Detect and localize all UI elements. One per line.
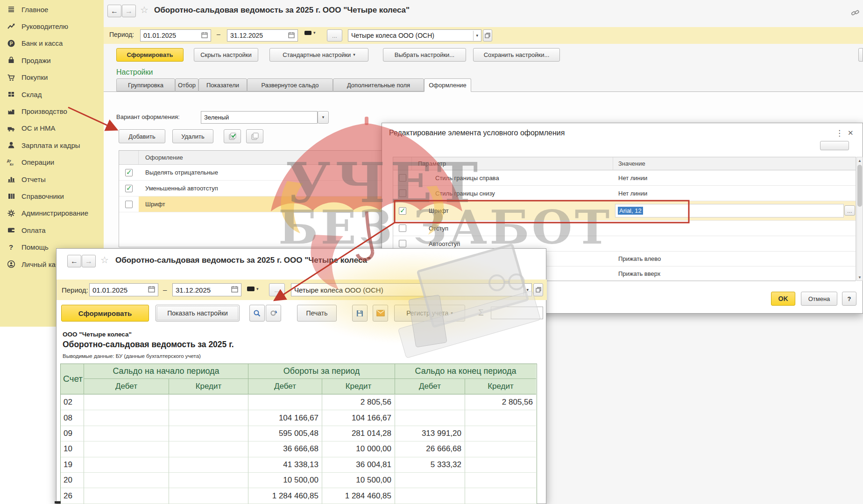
app-canvas: Главное Руководителю Р Банк и касса Прод… (0, 0, 863, 504)
cart-icon (7, 73, 15, 82)
tab-appearance[interactable]: Оформление (424, 78, 471, 92)
dialog-row-indent[interactable]: Отступ (393, 221, 856, 236)
tab-grouping[interactable]: Группировка (116, 78, 175, 91)
dialog-row-font[interactable]: Шрифт Arial, 12 ... (393, 201, 856, 221)
checkbox[interactable] (399, 189, 406, 197)
forward-button[interactable] (82, 255, 96, 267)
organization-select[interactable]: Четыре колеса ООО (ОСН) (291, 283, 532, 296)
sidebar-item-warehouse[interactable]: Склад (0, 86, 104, 103)
generate-button[interactable]: Сформировать (116, 48, 184, 62)
scrollbar-thumb[interactable] (857, 165, 862, 207)
back-button[interactable] (67, 255, 81, 267)
kebab-menu-icon[interactable] (835, 128, 843, 138)
dialog-row-border-bottom[interactable]: Стиль границы снизу Нет линии (393, 186, 856, 201)
help-button[interactable]: ? (842, 292, 856, 306)
checkbox[interactable] (125, 185, 133, 192)
factory-icon (7, 107, 15, 116)
checkbox[interactable] (125, 201, 133, 208)
table-row: 19 41 338,13 36 004,81 5 333,32 (61, 457, 537, 472)
generate-button[interactable]: Сформировать (61, 305, 149, 322)
show-settings-button[interactable]: Показать настройки (156, 305, 240, 322)
settings-section-label: Настройки (116, 68, 153, 77)
sidebar-item-main[interactable]: Главное (0, 1, 104, 18)
open-organization-icon[interactable] (533, 283, 543, 296)
add-button[interactable]: Добавить (119, 129, 165, 143)
sidebar-item-bank-cash[interactable]: Р Банк и касса (0, 35, 104, 52)
tab-additional-fields[interactable]: Дополнительные поля (333, 78, 424, 91)
hide-settings-button[interactable]: Скрыть настройки (194, 48, 258, 62)
standard-settings-button[interactable]: Стандартные настройки (269, 48, 368, 62)
period-to-field[interactable]: 31.12.2025 (172, 283, 241, 296)
sum-field[interactable] (491, 307, 543, 319)
period-from-field[interactable]: 01.01.2025 (89, 283, 158, 296)
ok-button[interactable]: OK (771, 292, 795, 306)
checkbox[interactable] (399, 174, 406, 182)
calendar-icon[interactable] (288, 32, 295, 40)
print-button[interactable]: Печать (297, 305, 337, 322)
period-to-field[interactable]: 31.12.2025 (227, 29, 298, 42)
organization-select[interactable]: Четыре колеса ООО (ОСН) (348, 29, 481, 42)
variant-dropdown-button[interactable] (318, 111, 329, 124)
choose-settings-button[interactable]: Выбрать настройки... (383, 48, 466, 62)
period-kind-toggle[interactable] (247, 287, 259, 291)
calendar-icon[interactable] (148, 286, 155, 294)
forward-button[interactable] (122, 5, 136, 17)
sidebar-item-reports[interactable]: Отчеты (0, 171, 104, 188)
accounting-register-button[interactable]: Регистр учета (394, 305, 465, 322)
sidebar-item-administration[interactable]: Администрирование (0, 205, 104, 222)
dialog-row-border-right[interactable]: Стиль границы справа Нет линии (393, 170, 856, 186)
column-account: Счет (61, 364, 84, 394)
page-title: Оборотно-сальдовая ведомость за 2025 г. … (154, 6, 410, 15)
more-options-button[interactable]: ... (269, 283, 285, 296)
sidebar-item-operations[interactable]: ДтКт Операции (0, 154, 104, 171)
clipped-toolbar-button[interactable] (820, 141, 849, 150)
sidebar-item-production[interactable]: Производство (0, 103, 104, 119)
chevron-down-icon[interactable] (473, 31, 478, 41)
favorite-star-icon[interactable] (140, 4, 149, 15)
mail-icon-button[interactable] (373, 305, 388, 322)
checkbox[interactable] (399, 207, 406, 215)
search-icon-button[interactable] (249, 305, 265, 322)
favorite-star-icon[interactable] (100, 254, 109, 266)
menu-icon (7, 5, 15, 14)
more-options-button[interactable]: ... (327, 29, 342, 42)
checkbox[interactable] (125, 169, 133, 176)
scroll-down-icon[interactable]: ▼ (857, 274, 863, 280)
dialog-scrollbar[interactable]: ▲ ▼ (856, 157, 863, 281)
close-icon[interactable] (848, 129, 854, 137)
chevron-down-icon[interactable] (523, 285, 529, 295)
calendar-icon[interactable] (201, 32, 208, 40)
checkbox[interactable] (399, 240, 406, 247)
font-value-input[interactable]: Arial, 12 (615, 204, 844, 217)
period-from-field[interactable]: 01.01.2025 (140, 29, 211, 42)
link-icon[interactable] (851, 8, 860, 19)
open-organization-icon[interactable] (483, 29, 492, 42)
question-icon: ? (7, 243, 15, 252)
sidebar-item-manager[interactable]: Руководителю (0, 18, 104, 35)
tab-expanded-balance[interactable]: Развернутое сальдо (247, 78, 333, 91)
save-settings-button[interactable]: Сохранить настройки... (473, 48, 560, 62)
save-icon-button[interactable] (352, 305, 368, 322)
clipped-button[interactable] (858, 48, 863, 62)
search-next-icon-button[interactable] (266, 305, 281, 322)
dialog-title: Редактирование элемента условного оформл… (389, 129, 565, 137)
sidebar-item-hr-payroll[interactable]: Зарплата и кадры (0, 137, 104, 154)
scroll-up-icon[interactable]: ▲ (857, 157, 863, 164)
checkbox[interactable] (399, 224, 406, 232)
sidebar-item-purchases[interactable]: Покупки (0, 69, 104, 86)
delete-button[interactable]: Удалить (172, 129, 213, 143)
calendar-icon[interactable] (231, 286, 238, 294)
font-picker-button[interactable]: ... (844, 205, 855, 216)
period-kind-toggle[interactable] (304, 31, 316, 35)
uncheck-all-icon-button[interactable] (246, 129, 263, 143)
check-all-icon-button[interactable] (224, 129, 241, 143)
back-button[interactable] (107, 5, 121, 17)
variant-select[interactable]: Зеленый (201, 111, 318, 124)
cancel-button[interactable]: Отмена (801, 292, 837, 306)
sidebar-item-payment[interactable]: Оплата (0, 222, 104, 238)
sidebar-item-catalogs[interactable]: Справочники (0, 188, 104, 204)
sidebar-item-sales[interactable]: Продажи (0, 52, 104, 69)
sidebar-item-fixed-assets[interactable]: ОС и НМА (0, 120, 104, 137)
tab-filter[interactable]: Отбор (175, 78, 198, 91)
tab-indicators[interactable]: Показатели (198, 78, 247, 91)
